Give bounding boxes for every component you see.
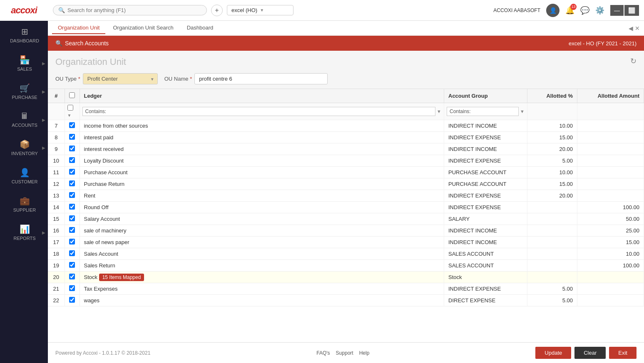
- row-checkbox[interactable]: [69, 192, 75, 198]
- sidebar-item-reports[interactable]: 📊 REPORTS ▶: [0, 218, 48, 247]
- sidebar-item-purchase[interactable]: 🛒 PURCHASE ▶: [0, 77, 48, 106]
- row-num: 12: [48, 178, 65, 190]
- row-allotted-pct: [527, 260, 577, 272]
- ledger-filter-icon: ▼: [437, 109, 441, 114]
- notification-icon[interactable]: 🔔 13: [565, 6, 574, 15]
- row-ledger: Purchase Return: [80, 178, 444, 190]
- row-checkbox-cell: [65, 295, 80, 306]
- row-ledger: interest paid: [80, 132, 444, 143]
- sidebar-item-inventory[interactable]: 📦 INVENTORY ▶: [0, 133, 48, 162]
- table-row: 12 Purchase Return PURCHASE ACCOUNT 15.0…: [48, 178, 644, 190]
- row-ledger: sale of machinery: [80, 225, 444, 237]
- search-box[interactable]: 🔍: [53, 5, 207, 15]
- topbar-right: ACCOXI AABASOFT 👤 🔔 13 💬 ⚙️ — ⬜: [493, 4, 639, 17]
- expand-arrow-icon: ▶: [42, 230, 45, 235]
- row-checkbox[interactable]: [69, 274, 75, 279]
- search-accounts-icon: 🔍: [55, 40, 62, 47]
- exit-button[interactable]: Exit: [609, 347, 637, 359]
- table-row: 15 Salary Account SALARY 50.00: [48, 213, 644, 225]
- row-allotted-amount: 25.00: [577, 225, 644, 237]
- row-checkbox[interactable]: [69, 285, 75, 291]
- row-checkbox[interactable]: [69, 122, 75, 128]
- row-num: 21: [48, 283, 65, 295]
- account-filter-input[interactable]: [447, 107, 519, 116]
- filter-account-cell: ▼: [444, 103, 527, 120]
- tab-organization-unit-search[interactable]: Organization Unit Search: [107, 22, 179, 34]
- row-allotted-pct: [527, 272, 577, 283]
- ou-type-select-wrapper: Profit Center ▼: [83, 73, 158, 84]
- sidebar-item-customer[interactable]: 👤 CUSTOMER: [0, 162, 48, 190]
- row-checkbox[interactable]: [69, 262, 75, 268]
- row-account-group: INDIRECT EXPENSE: [444, 202, 527, 213]
- filter-checkbox[interactable]: [67, 105, 73, 111]
- row-ledger: Rent: [80, 190, 444, 202]
- row-account-group: DIRECT EXPENSE: [444, 295, 527, 306]
- table-row: 14 Round Off INDIRECT EXPENSE 100.00: [48, 202, 644, 213]
- ledger-filter-input[interactable]: [82, 107, 436, 116]
- ou-name-input[interactable]: [194, 73, 328, 84]
- sidebar-item-dashboard[interactable]: ⊞ DASHBOARD: [0, 21, 48, 49]
- filter-ledger-cell: ▼: [80, 103, 444, 120]
- table-row: 22 wages DIRECT EXPENSE 5.00: [48, 295, 644, 306]
- sidebar-item-sales[interactable]: 🏪 SALES ▶: [0, 49, 48, 77]
- tab-dashboard[interactable]: Dashboard: [181, 22, 219, 34]
- row-ledger: income from other sources: [80, 120, 444, 132]
- company-selector[interactable]: excel (HO) ▼: [227, 5, 293, 15]
- tab-close-icon[interactable]: ✕: [635, 25, 640, 32]
- row-ledger: Salary Account: [80, 213, 444, 225]
- faqs-link[interactable]: FAQ's: [316, 350, 330, 356]
- help-link[interactable]: Help: [359, 350, 370, 356]
- row-allotted-amount: [577, 120, 644, 132]
- table-row: 9 interest received INDIRECT INCOME 20.0…: [48, 143, 644, 155]
- row-allotted-amount: [577, 178, 644, 190]
- table-row: 18 Sales Account SALES ACCOUNT 10.00: [48, 248, 644, 260]
- row-checkbox[interactable]: [69, 215, 75, 221]
- sidebar-item-accounts[interactable]: 🖩 ACCOUNTS ▶: [0, 106, 48, 133]
- search-input[interactable]: [67, 7, 192, 13]
- mapped-badge: 15 Items Mapped: [99, 274, 144, 281]
- ou-type-select[interactable]: Profit Center: [83, 73, 158, 84]
- row-allotted-pct: 20.00: [527, 143, 577, 155]
- update-button[interactable]: Update: [535, 347, 571, 359]
- row-checkbox[interactable]: [69, 297, 75, 303]
- select-all-checkbox[interactable]: [69, 92, 75, 98]
- maximize-button[interactable]: ⬜: [624, 5, 639, 16]
- settings-icon[interactable]: ⚙️: [595, 6, 604, 15]
- row-account-group: INDIRECT INCOME: [444, 225, 527, 237]
- row-checkbox[interactable]: [69, 227, 75, 233]
- supplier-icon: 💼: [20, 196, 30, 206]
- tab-nav-left-icon[interactable]: ◀: [629, 25, 633, 32]
- sidebar-item-supplier[interactable]: 💼 SUPPLIER: [0, 190, 48, 218]
- row-allotted-pct: 15.00: [527, 178, 577, 190]
- chat-icon[interactable]: 💬: [580, 6, 589, 15]
- row-allotted-amount: [577, 272, 644, 283]
- row-ledger: Stock 15 Items Mapped: [80, 272, 444, 283]
- row-num: 17: [48, 237, 65, 248]
- row-checkbox[interactable]: [69, 180, 75, 186]
- add-button[interactable]: +: [211, 5, 223, 16]
- required-marker: *: [190, 76, 192, 82]
- row-checkbox[interactable]: [69, 204, 75, 210]
- row-checkbox[interactable]: [69, 169, 75, 175]
- row-allotted-pct: 20.00: [527, 190, 577, 202]
- row-allotted-amount: [577, 155, 644, 167]
- tab-organization-unit[interactable]: Organization Unit: [52, 22, 105, 34]
- row-checkbox[interactable]: [69, 239, 75, 244]
- row-checkbox[interactable]: [69, 250, 75, 256]
- row-num: 15: [48, 213, 65, 225]
- row-account-group: INDIRECT INCOME: [444, 120, 527, 132]
- row-checkbox[interactable]: [69, 146, 75, 151]
- minimize-button[interactable]: —: [610, 5, 624, 16]
- col-account-group: Account Group: [444, 89, 527, 103]
- table-row: 19 Sales Return SALES ACCOUNT 100.00: [48, 260, 644, 272]
- row-allotted-amount: 100.00: [577, 260, 644, 272]
- row-checkbox[interactable]: [69, 134, 75, 140]
- footer-buttons: Update Clear Exit: [535, 347, 637, 359]
- row-num: 10: [48, 155, 65, 167]
- row-account-group: Stock: [444, 272, 527, 283]
- clear-button[interactable]: Clear: [574, 347, 606, 359]
- customer-icon: 👤: [20, 168, 30, 178]
- row-checkbox[interactable]: [69, 157, 75, 163]
- refresh-button[interactable]: ↻: [630, 57, 637, 66]
- support-link[interactable]: Support: [336, 350, 353, 356]
